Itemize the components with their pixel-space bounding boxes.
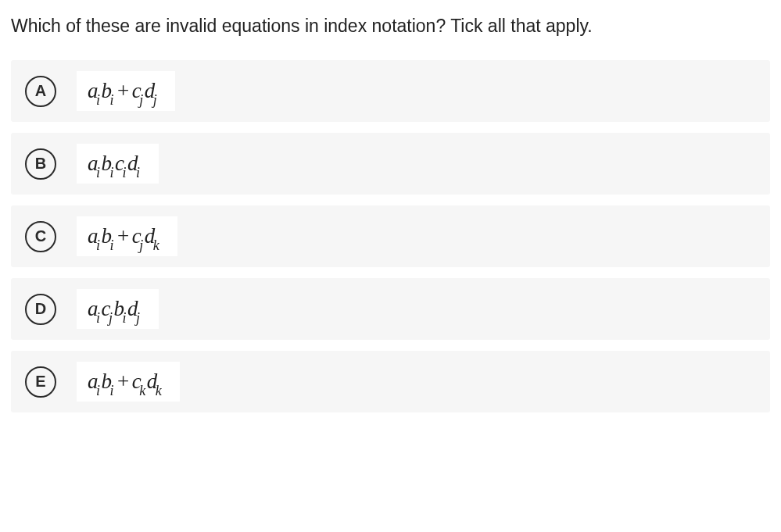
option-e-expression: aibi+ckdk [77, 362, 180, 402]
option-e-indicator: E [25, 366, 56, 398]
option-c[interactable]: C aibi+cjdk [11, 205, 770, 267]
question-text: Which of these are invalid equations in … [11, 14, 770, 38]
option-a-indicator: A [25, 76, 56, 107]
option-b[interactable]: B aibicidi [11, 133, 770, 195]
option-b-expression: aibicidi [77, 144, 159, 184]
option-c-expression: aibi+cjdk [77, 216, 177, 256]
option-d[interactable]: D aicjbidj [11, 278, 770, 340]
option-a-expression: aibi+cjdj [77, 71, 175, 111]
option-b-indicator: B [25, 148, 56, 180]
option-d-indicator: D [25, 294, 56, 325]
option-a[interactable]: A aibi+cjdj [11, 60, 770, 122]
option-d-expression: aicjbidj [77, 289, 159, 329]
option-e[interactable]: E aibi+ckdk [11, 351, 770, 412]
option-c-indicator: C [25, 221, 56, 252]
